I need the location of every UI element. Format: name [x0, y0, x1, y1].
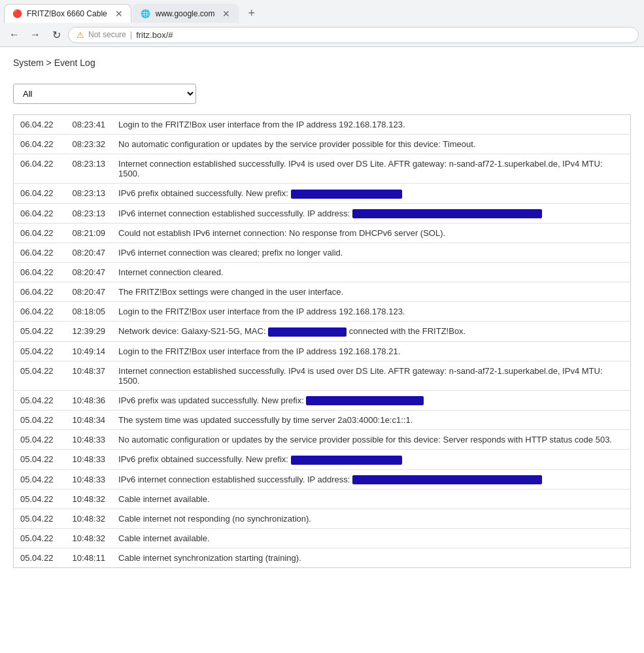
event-time: 08:23:13	[66, 154, 112, 184]
event-date: 05.04.22	[14, 529, 66, 548]
event-time: 08:20:47	[66, 243, 112, 263]
reload-button[interactable]: ↻	[47, 25, 65, 44]
table-row: 06.04.2208:20:47IPv6 internet connection…	[14, 243, 631, 263]
event-message: Internet connection established successf…	[112, 154, 630, 184]
event-date: 05.04.22	[14, 322, 66, 342]
event-message: Cable internet synchronization starting …	[112, 548, 630, 568]
table-row: 06.04.2208:21:09Could not establish IPv6…	[14, 224, 631, 243]
tab-fritzbox-title: FRITZ!Box 6660 Cable	[27, 9, 107, 18]
event-date: 06.04.22	[14, 282, 66, 302]
event-date: 05.04.22	[14, 390, 66, 410]
event-time: 08:18:05	[66, 302, 112, 322]
event-date: 06.04.22	[14, 203, 66, 224]
event-message: No automatic configuration or updates by…	[112, 430, 630, 450]
page-content: System > Event Log All System Internet T…	[0, 47, 644, 578]
event-message: Cable internet not responding (no synchr…	[112, 509, 630, 529]
event-time: 12:39:29	[66, 322, 112, 342]
event-time: 08:20:47	[66, 263, 112, 282]
table-row: 05.04.2210:48:33No automatic configurati…	[14, 430, 631, 450]
event-message: IPv6 internet connection established suc…	[112, 469, 630, 490]
new-tab-button[interactable]: +	[243, 4, 260, 23]
table-row: 06.04.2208:23:13Internet connection esta…	[14, 154, 631, 184]
redacted-content	[306, 396, 424, 405]
redacted-content	[291, 456, 402, 465]
tab-fritzbox[interactable]: 🔴 FRITZ!Box 6660 Cable ✕	[4, 4, 131, 23]
event-message: No automatic configuration or updates by…	[112, 135, 630, 154]
event-date: 05.04.22	[14, 341, 66, 361]
event-time: 08:23:41	[66, 115, 112, 135]
event-date: 05.04.22	[14, 450, 66, 470]
event-message-suffix: connected with the FRITZ!Box.	[347, 326, 466, 336]
forward-button[interactable]: →	[26, 25, 44, 44]
event-time: 10:48:34	[66, 410, 112, 430]
security-text: Not secure	[88, 30, 126, 39]
event-date: 05.04.22	[14, 469, 66, 490]
event-message: The FRITZ!Box settings were changed in t…	[112, 282, 630, 302]
table-row: 05.04.2210:48:32Cable internet not respo…	[14, 509, 631, 529]
event-message: Cable internet available.	[112, 529, 630, 548]
google-favicon: 🌐	[141, 9, 150, 18]
breadcrumb: System > Event Log	[13, 58, 631, 68]
tab-fritzbox-close[interactable]: ✕	[115, 8, 123, 19]
event-time: 08:23:13	[66, 203, 112, 224]
event-message: IPv6 prefix was updated successfully. Ne…	[112, 390, 630, 410]
event-date: 06.04.22	[14, 243, 66, 263]
event-message: Login to the FRITZ!Box user interface fr…	[112, 302, 630, 322]
event-message: Network device: Galaxy-S21-5G, MAC: conn…	[112, 322, 630, 342]
table-row: 05.04.2210:49:14Login to the FRITZ!Box u…	[14, 341, 631, 361]
event-time: 10:48:33	[66, 430, 112, 450]
event-date: 05.04.22	[14, 430, 66, 450]
security-icon: ⚠	[76, 30, 84, 40]
event-message-text: IPv6 internet connection established suc…	[118, 475, 352, 484]
table-row: 06.04.2208:23:13IPv6 prefix obtained suc…	[14, 184, 631, 204]
event-date: 06.04.22	[14, 184, 66, 204]
event-time: 10:48:11	[66, 548, 112, 568]
table-row: 05.04.2212:39:29Network device: Galaxy-S…	[14, 322, 631, 342]
event-date: 05.04.22	[14, 509, 66, 529]
address-bar[interactable]: ⚠ Not secure | fritz.box/#	[68, 27, 639, 43]
event-date: 06.04.22	[14, 263, 66, 282]
browser-chrome: 🔴 FRITZ!Box 6660 Cable ✕ 🌐 www.google.co…	[0, 0, 644, 47]
event-date: 06.04.22	[14, 302, 66, 322]
table-row: 05.04.2210:48:36IPv6 prefix was updated …	[14, 390, 631, 410]
event-time: 08:20:47	[66, 282, 112, 302]
fritzbox-favicon: 🔴	[12, 9, 22, 18]
back-button[interactable]: ←	[5, 25, 24, 44]
redacted-content	[268, 327, 347, 337]
event-message-text: IPv6 prefix obtained successfully. New p…	[118, 454, 291, 464]
event-message: IPv6 internet connection was cleared; pr…	[112, 243, 630, 263]
event-date: 06.04.22	[14, 135, 66, 154]
event-time: 10:48:36	[66, 390, 112, 410]
event-date: 05.04.22	[14, 361, 66, 390]
tab-google-title: www.google.com	[156, 9, 215, 18]
event-message: The system time was updated successfully…	[112, 410, 630, 430]
redacted-content	[352, 475, 542, 484]
table-row: 06.04.2208:23:32No automatic configurati…	[14, 135, 631, 154]
redacted-content	[352, 209, 542, 218]
redacted-content	[291, 190, 402, 199]
filter-row: All System Internet Telephony WLAN USB	[13, 84, 631, 104]
table-row: 05.04.2210:48:32Cable internet available…	[14, 490, 631, 509]
event-time: 10:49:14	[66, 341, 112, 361]
event-time: 10:48:33	[66, 469, 112, 490]
tab-google[interactable]: 🌐 www.google.com ✕	[133, 4, 239, 23]
event-time: 08:23:32	[66, 135, 112, 154]
table-row: 05.04.2210:48:33IPv6 prefix obtained suc…	[14, 450, 631, 470]
event-message-text: IPv6 internet connection established suc…	[118, 209, 352, 218]
table-row: 05.04.2210:48:37Internet connection esta…	[14, 361, 631, 390]
table-row: 06.04.2208:20:47The FRITZ!Box settings w…	[14, 282, 631, 302]
tab-bar: 🔴 FRITZ!Box 6660 Cable ✕ 🌐 www.google.co…	[0, 0, 644, 23]
nav-bar: ← → ↻ ⚠ Not secure | fritz.box/#	[0, 23, 644, 46]
table-row: 05.04.2210:48:34The system time was upda…	[14, 410, 631, 430]
event-filter-select[interactable]: All System Internet Telephony WLAN USB	[13, 84, 196, 104]
event-time: 10:48:32	[66, 529, 112, 548]
table-row: 05.04.2210:48:33IPv6 internet connection…	[14, 469, 631, 490]
event-message: Could not establish IPv6 internet connec…	[112, 224, 630, 243]
tab-google-close[interactable]: ✕	[222, 8, 230, 19]
event-time: 10:48:32	[66, 490, 112, 509]
table-row: 06.04.2208:23:13IPv6 internet connection…	[14, 203, 631, 224]
event-message: IPv6 prefix obtained successfully. New p…	[112, 184, 630, 204]
event-message-text: IPv6 prefix was updated successfully. Ne…	[118, 395, 306, 405]
table-row: 05.04.2210:48:32Cable internet available…	[14, 529, 631, 548]
table-row: 06.04.2208:18:05Login to the FRITZ!Box u…	[14, 302, 631, 322]
